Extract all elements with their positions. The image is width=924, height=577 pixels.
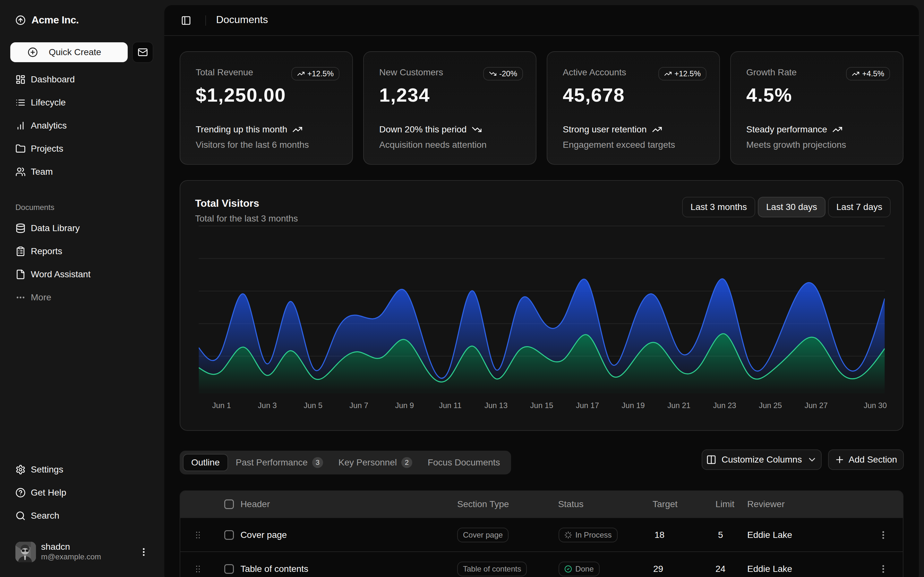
svg-text:Jun 30: Jun 30 (864, 401, 887, 410)
svg-text:Jun 21: Jun 21 (667, 401, 690, 410)
svg-text:Jun 27: Jun 27 (804, 401, 828, 410)
svg-text:Jun 15: Jun 15 (530, 401, 553, 410)
svg-text:Jun 19: Jun 19 (622, 401, 645, 410)
svg-text:Jun 17: Jun 17 (576, 401, 599, 410)
svg-text:Jun 5: Jun 5 (304, 401, 322, 410)
svg-text:Jun 11: Jun 11 (439, 401, 461, 410)
svg-text:Jun 7: Jun 7 (349, 401, 368, 410)
svg-text:Jun 9: Jun 9 (395, 401, 414, 410)
svg-text:Jun 23: Jun 23 (713, 401, 736, 410)
svg-text:Jun 1: Jun 1 (212, 401, 231, 410)
svg-text:Jun 3: Jun 3 (258, 401, 277, 410)
svg-text:Jun 25: Jun 25 (759, 401, 782, 410)
svg-text:Jun 13: Jun 13 (485, 401, 507, 410)
